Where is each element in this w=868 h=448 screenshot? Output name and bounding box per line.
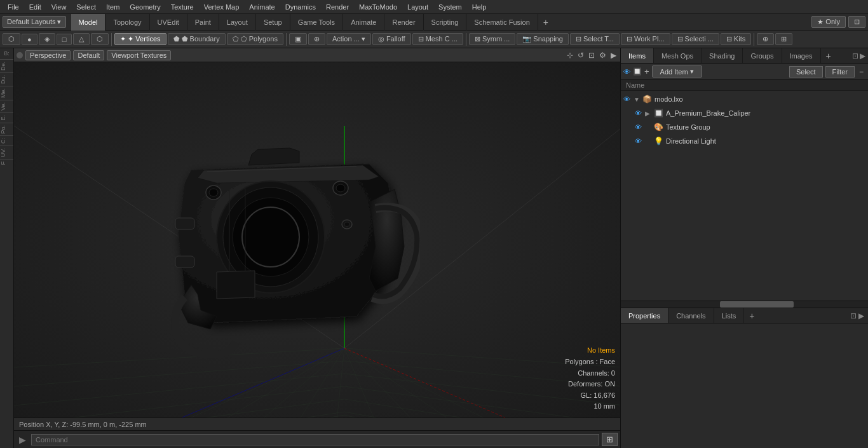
menu-maxtomodo[interactable]: MaxToModo xyxy=(354,2,402,12)
tab-topology[interactable]: Topology xyxy=(105,14,149,31)
tree-expand-1[interactable]: ▶ xyxy=(645,110,653,117)
tab-mesh-ops[interactable]: Mesh Ops xyxy=(654,48,702,63)
select-mode-btn[interactable]: ▣ xyxy=(289,33,307,45)
menu-select[interactable]: Select xyxy=(71,2,101,12)
circle-mode-btn[interactable]: ● xyxy=(22,34,37,45)
items-select-btn[interactable]: Select xyxy=(789,66,823,78)
diamond-mode-btn[interactable]: ◈ xyxy=(39,33,55,45)
tab-layout[interactable]: Layout xyxy=(219,14,256,31)
items-scrollbar-thumb[interactable] xyxy=(720,301,794,308)
tab-images[interactable]: Images xyxy=(782,48,821,63)
menu-view[interactable]: View xyxy=(46,2,72,12)
tab-properties[interactable]: Properties xyxy=(621,308,668,323)
action-icon-btn[interactable]: ⊕ xyxy=(308,33,325,45)
layout-maximize-btn[interactable]: ⊡ xyxy=(848,16,865,28)
tab-lists[interactable]: Lists xyxy=(714,308,745,323)
tree-eye-0[interactable]: 👁 xyxy=(623,95,632,103)
menu-help[interactable]: Help xyxy=(467,2,492,12)
panel-undock-btn[interactable]: ⊡ xyxy=(852,51,858,60)
layouts-dropdown[interactable]: Default Layouts ▾ xyxy=(3,16,66,28)
tab-model[interactable]: Model xyxy=(71,14,106,31)
tree-item-brake-caliper[interactable]: 👁 ▶ 🔲 A_Premium_Brake_Caliper xyxy=(632,106,868,120)
items-tree[interactable]: 👁 ▼ 📦 modo.lxo 👁 ▶ 🔲 A_Premium_Brake_Cal… xyxy=(621,91,868,301)
poly-icon-btn[interactable]: ⬡ xyxy=(3,33,20,45)
command-submit-btn[interactable]: ⊞ xyxy=(602,433,618,446)
items-scrollbar[interactable] xyxy=(621,301,868,308)
menu-edit[interactable]: Edit xyxy=(24,2,46,12)
props-expand-btn[interactable]: ⊡ xyxy=(850,311,857,320)
vp-rotate-btn[interactable]: ↺ xyxy=(576,51,585,60)
tree-item-texture-group[interactable]: 👁 ▶ 🎨 Texture Group xyxy=(632,120,868,134)
menu-animate[interactable]: Animate xyxy=(244,2,280,12)
tab-shading[interactable]: Shading xyxy=(702,48,743,63)
command-input[interactable] xyxy=(31,434,599,445)
menu-vertex-map[interactable]: Vertex Map xyxy=(199,2,245,12)
layout-tab-add[interactable]: + xyxy=(538,15,553,29)
vp-look-at-btn[interactable]: ⊹ xyxy=(566,51,574,60)
falloff-btn[interactable]: ◎ Falloff xyxy=(372,33,411,45)
tree-eye-2[interactable]: 👁 xyxy=(635,123,644,131)
tab-uvedit[interactable]: UVEdit xyxy=(150,14,187,31)
tab-groups[interactable]: Groups xyxy=(743,48,782,63)
viewport-shading-label[interactable]: Default xyxy=(73,50,104,60)
items-minus-btn[interactable]: − xyxy=(857,67,865,76)
props-chevron-btn[interactable]: ▶ xyxy=(858,311,864,320)
items-eye-btn-1[interactable]: 👁 xyxy=(623,68,630,76)
viewport-texture-label[interactable]: Viewport Textures xyxy=(107,50,171,60)
tree-eye-3[interactable]: 👁 xyxy=(635,137,644,145)
triangle-mode-btn[interactable]: △ xyxy=(73,33,90,45)
vp-fit-btn[interactable]: ⊡ xyxy=(587,51,596,60)
left-toolbar-c-label: C: xyxy=(0,138,13,144)
menu-dynamics[interactable]: Dynamics xyxy=(280,2,321,12)
tab-setup[interactable]: Setup xyxy=(256,14,290,31)
menu-file[interactable]: File xyxy=(3,2,24,12)
tab-game-tools[interactable]: Game Tools xyxy=(290,14,344,31)
viewport-canvas[interactable]: x y z xyxy=(14,62,620,417)
menu-texture[interactable]: Texture xyxy=(166,2,199,12)
items-add-icon-btn[interactable]: + xyxy=(644,67,649,76)
tree-item-modo-lxo[interactable]: 👁 ▼ 📦 modo.lxo xyxy=(621,92,868,106)
selection-btn[interactable]: ⊟ Selecti ... xyxy=(672,33,719,45)
tab-animate[interactable]: Animate xyxy=(343,14,384,31)
vertices-btn[interactable]: ✦ ✦ Vertices xyxy=(114,33,166,45)
viewport-dot[interactable] xyxy=(17,52,23,58)
tab-channels[interactable]: Channels xyxy=(668,308,714,323)
tab-items[interactable]: Items xyxy=(621,48,654,63)
polygons-btn[interactable]: ⬠ ⬠ Polygons xyxy=(227,33,283,45)
panel-expand-btn[interactable]: ▶ xyxy=(860,51,865,60)
menu-layout[interactable]: Layout xyxy=(402,2,433,12)
tab-paint[interactable]: Paint xyxy=(187,14,219,31)
mesh-component-btn[interactable]: ⊟ Mesh C ... xyxy=(412,33,463,45)
viewport-perspective-label[interactable]: Perspective xyxy=(25,50,71,60)
menu-system[interactable]: System xyxy=(433,2,467,12)
tab-schematic-fusion[interactable]: Schematic Fusion xyxy=(466,14,538,31)
boundary-btn[interactable]: ⬟ ⬟ Boundary xyxy=(168,33,226,45)
kits-btn[interactable]: ⊟ Kits xyxy=(721,33,751,45)
menu-geometry[interactable]: Geometry xyxy=(125,2,165,12)
action-dropdown-btn[interactable]: Action ... ▾ xyxy=(327,33,371,45)
props-plus-btn[interactable]: + xyxy=(744,309,759,322)
vp-settings-btn[interactable]: ⚙ xyxy=(598,51,607,60)
items-filter-btn[interactable]: Filter xyxy=(825,66,855,78)
hex-mode-btn[interactable]: ⬡ xyxy=(91,33,109,45)
star-only-button[interactable]: ★ Only xyxy=(811,16,846,28)
tab-render[interactable]: Render xyxy=(384,14,423,31)
select-tool-btn[interactable]: ⊟ Select T... xyxy=(570,33,620,45)
tab-scripting[interactable]: Scripting xyxy=(424,14,467,31)
square-mode-btn[interactable]: □ xyxy=(57,34,72,45)
add-item-button[interactable]: Add Item ▾ xyxy=(652,65,702,78)
tree-eye-1[interactable]: 👁 xyxy=(635,109,644,117)
svg-point-46 xyxy=(209,189,218,196)
work-plane-btn[interactable]: ⊟ Work Pl... xyxy=(621,33,670,45)
vp-expand-btn[interactable]: ▶ xyxy=(609,51,618,60)
menu-render[interactable]: Render xyxy=(321,2,354,12)
camera-perspective-btn[interactable]: ⊕ xyxy=(757,33,774,45)
symmetry-btn[interactable]: ⊠ Symm ... xyxy=(469,33,515,45)
snapping-btn[interactable]: 📷 Snapping xyxy=(517,33,569,45)
menu-item[interactable]: Item xyxy=(101,2,125,12)
tree-item-directional-light[interactable]: 👁 ▶ 💡 Directional Light xyxy=(632,134,868,148)
quad-view-btn[interactable]: ⊞ xyxy=(775,33,792,45)
tree-expand-0[interactable]: ▼ xyxy=(634,96,641,103)
items-eye-btn-2[interactable]: 🔲 xyxy=(633,67,642,76)
panel-tab-add[interactable]: + xyxy=(821,50,836,62)
